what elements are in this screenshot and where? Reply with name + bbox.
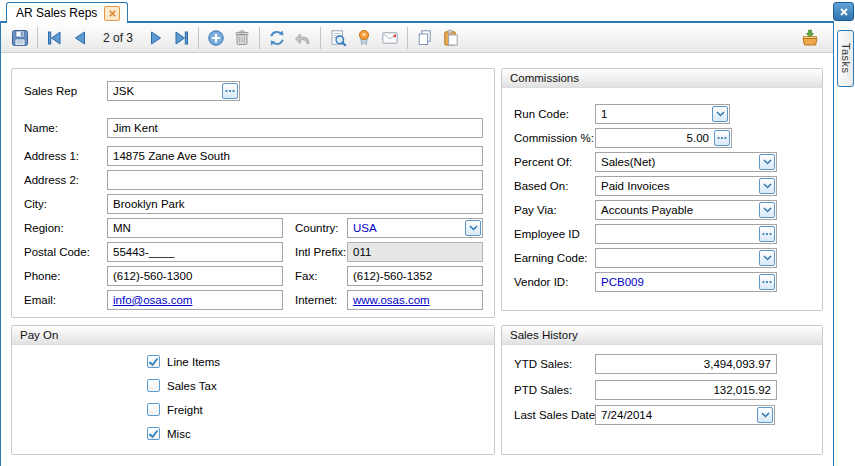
run-code-dropdown-button[interactable]: [712, 106, 728, 122]
freight-label[interactable]: Freight: [167, 404, 203, 416]
print-preview-button[interactable]: [325, 26, 351, 50]
internet-input[interactable]: www.osas.com: [347, 290, 483, 310]
sales-tax-label[interactable]: Sales Tax: [167, 380, 217, 392]
chevron-down-icon: [763, 255, 772, 261]
import-icon: [800, 28, 820, 48]
form-content: Sales Rep JSK Name: Jim Kent Address 1: …: [1, 53, 833, 466]
toolbar-separator: [320, 27, 321, 49]
intl-prefix-value: 011: [353, 245, 371, 260]
freight-checkbox[interactable]: [147, 403, 160, 416]
name-input[interactable]: Jim Kent: [107, 118, 483, 138]
tab-close-button[interactable]: [104, 6, 120, 21]
country-dropdown-button[interactable]: [465, 220, 481, 236]
country-value: USA: [353, 221, 377, 236]
chevron-down-icon: [763, 183, 772, 189]
ptd-sales-input[interactable]: 132,015.92: [595, 380, 777, 400]
commission-pct-lookup-button[interactable]: [714, 130, 730, 146]
fax-label: Fax:: [295, 266, 317, 286]
line-items-checkbox[interactable]: [147, 355, 160, 368]
percent-of-select[interactable]: Sales(Net): [595, 152, 777, 172]
pay-on-panel-title: Pay On: [12, 326, 494, 345]
copy-button[interactable]: [412, 26, 438, 50]
pay-on-row-freight: Freight: [147, 402, 203, 417]
line-items-label[interactable]: Line Items: [167, 356, 220, 368]
misc-checkbox[interactable]: [147, 427, 160, 440]
postal-code-input[interactable]: 55443-____: [107, 242, 283, 262]
vendor-id-value: PCB009: [601, 275, 644, 290]
based-on-select[interactable]: Paid Invoices: [595, 176, 777, 196]
toolbar-separator: [407, 27, 408, 49]
refresh-button[interactable]: [264, 26, 290, 50]
address2-input[interactable]: [107, 170, 483, 190]
tab-title: AR Sales Reps: [16, 4, 97, 23]
employee-id-input[interactable]: [595, 224, 777, 244]
sales-history-panel: Sales History YTD Sales: 3,494,093.97 PT…: [501, 325, 823, 455]
commission-pct-input[interactable]: 5.00: [595, 128, 732, 148]
email-input[interactable]: info@osas.com: [107, 290, 283, 310]
based-on-dropdown-button[interactable]: [759, 178, 775, 194]
tab-ar-sales-reps[interactable]: AR Sales Reps: [6, 2, 128, 23]
percent-of-label: Percent Of:: [514, 152, 572, 172]
region-input[interactable]: MN: [107, 218, 283, 238]
email-value[interactable]: info@osas.com: [113, 293, 192, 308]
next-record-icon: [145, 28, 165, 48]
check-icon: [148, 357, 159, 367]
sales-rep-label: Sales Rep: [24, 81, 77, 101]
chevron-down-icon: [469, 225, 478, 231]
undo-icon: [293, 28, 313, 48]
window-close-button[interactable]: [833, 2, 854, 21]
address1-value: 14875 Zane Ave South: [113, 149, 230, 164]
ytd-sales-input[interactable]: 3,494,093.97: [595, 354, 777, 374]
last-record-button[interactable]: [168, 26, 194, 50]
ellipsis-icon: [225, 89, 235, 93]
vendor-id-input[interactable]: PCB009: [595, 272, 777, 292]
earning-code-dropdown-button[interactable]: [759, 250, 775, 266]
phone-input[interactable]: (612)-560-1300: [107, 266, 283, 286]
employee-id-lookup-button[interactable]: [759, 226, 775, 242]
add-record-button[interactable]: [203, 26, 229, 50]
close-icon: [840, 8, 848, 16]
vendor-id-lookup-button[interactable]: [759, 274, 775, 290]
run-code-value: 1: [601, 107, 607, 122]
run-code-select[interactable]: 1: [595, 104, 730, 124]
commissions-panel: Commissions Run Code: 1 Commission %: 5.…: [501, 68, 823, 311]
delete-record-button[interactable]: [229, 26, 255, 50]
last-sales-date-dropdown-button[interactable]: [757, 407, 773, 423]
city-input[interactable]: Brooklyn Park: [107, 194, 483, 214]
earning-code-select[interactable]: [595, 248, 777, 268]
first-record-button[interactable]: [42, 26, 68, 50]
sales-rep-input[interactable]: JSK: [107, 81, 240, 101]
sales-rep-value: JSK: [113, 84, 134, 99]
tasks-tab[interactable]: Tasks: [837, 30, 854, 87]
pay-via-select[interactable]: Accounts Payable: [595, 200, 777, 220]
add-record-icon: [206, 28, 226, 48]
next-record-button[interactable]: [142, 26, 168, 50]
toolbar-separator: [37, 27, 38, 49]
email-button[interactable]: [377, 26, 403, 50]
chevron-down-icon: [763, 159, 772, 165]
country-select[interactable]: USA: [347, 218, 483, 238]
last-sales-date-select[interactable]: 7/24/2014: [595, 405, 775, 425]
fax-input[interactable]: (612)-560-1352: [347, 266, 483, 286]
copy-icon: [415, 28, 435, 48]
internet-value[interactable]: www.osas.com: [353, 293, 430, 308]
paste-button[interactable]: [438, 26, 464, 50]
save-button[interactable]: [7, 26, 33, 50]
toolbar-separator: [259, 27, 260, 49]
misc-label[interactable]: Misc: [167, 428, 191, 440]
paste-icon: [441, 28, 461, 48]
phone-label: Phone:: [24, 266, 60, 286]
percent-of-dropdown-button[interactable]: [759, 154, 775, 170]
pin-button[interactable]: [351, 26, 377, 50]
previous-record-icon: [71, 28, 91, 48]
sales-rep-lookup-button[interactable]: [222, 83, 238, 99]
intl-prefix-input: 011: [347, 242, 483, 262]
address1-input[interactable]: 14875 Zane Ave South: [107, 146, 483, 166]
undo-button[interactable]: [290, 26, 316, 50]
import-button[interactable]: [797, 26, 823, 50]
ptd-sales-label: PTD Sales:: [514, 380, 572, 400]
sales-tax-checkbox[interactable]: [147, 379, 160, 392]
previous-record-button[interactable]: [68, 26, 94, 50]
pay-on-row-sales-tax: Sales Tax: [147, 378, 217, 393]
pay-via-dropdown-button[interactable]: [759, 202, 775, 218]
